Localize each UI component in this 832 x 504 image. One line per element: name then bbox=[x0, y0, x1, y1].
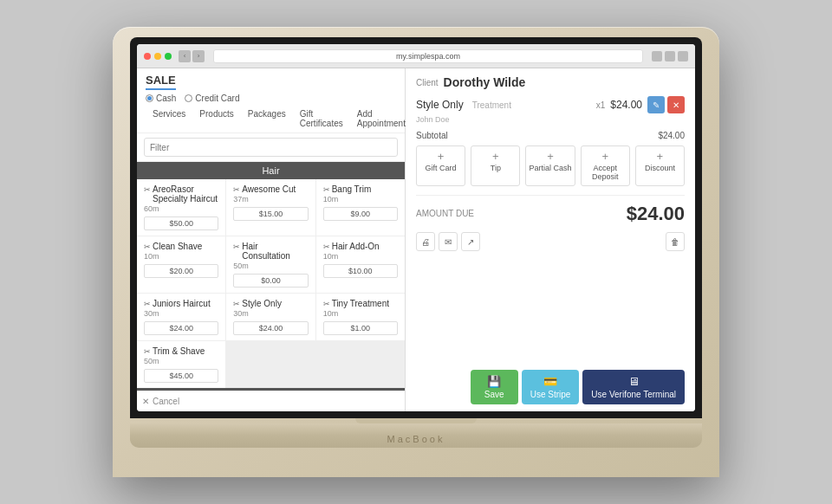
footer-buttons: 💾 Save 💳 Use Stripe 🖥 Use Verifone Termi… bbox=[416, 370, 685, 404]
service-hair-add-on-name: ✂ Hair Add-On bbox=[323, 242, 398, 251]
cancel-label: Cancel bbox=[153, 397, 179, 406]
payment-radios: Cash Credit Card bbox=[146, 94, 396, 103]
use-verifone-button[interactable]: 🖥 Use Verifone Terminal bbox=[582, 370, 685, 404]
save-label: Save bbox=[484, 390, 504, 399]
browser-bar: ‹ › my.simplespa.com bbox=[137, 44, 695, 68]
tab-products[interactable]: Products bbox=[192, 107, 240, 132]
add-buttons-row: + Gift Card + Tip + Partial Cash + bbox=[416, 145, 685, 186]
add-deposit-btn[interactable]: + Accept Deposit bbox=[581, 145, 630, 186]
service-bang-trim-duration: 10m bbox=[323, 195, 398, 204]
client-name: Dorothy Wilde bbox=[444, 75, 526, 89]
laptop-frame: ‹ › my.simplespa.com SALE bbox=[113, 27, 719, 477]
service-trim-shave-price: $45.00 bbox=[144, 369, 218, 383]
add-tip-btn[interactable]: + Tip bbox=[471, 145, 520, 186]
add-gift-card-btn[interactable]: + Gift Card bbox=[416, 145, 465, 186]
edit-sale-item-button[interactable]: ✎ bbox=[647, 96, 665, 113]
service-awesome-cut-duration: 37m bbox=[233, 195, 308, 204]
tab-gift-certificates[interactable]: Gift Certificates bbox=[293, 107, 350, 132]
service-clean-shave[interactable]: ✂ Clean Shave 10m $20.00 bbox=[137, 236, 225, 293]
maximize-dot[interactable] bbox=[165, 53, 172, 60]
service-areorasor[interactable]: ✂ AreoRasor Specialty Haircut 60m $50.00 bbox=[137, 179, 225, 236]
terminal-icon: 🖥 bbox=[628, 375, 640, 388]
cash-radio[interactable]: Cash bbox=[146, 94, 176, 103]
service-trim-shave-name: ✂ Trim & Shave bbox=[144, 346, 218, 356]
close-dot[interactable] bbox=[144, 53, 151, 60]
service-hair-consultation-name: ✂ Hair Consultation bbox=[233, 242, 308, 261]
url-text: my.simplespa.com bbox=[396, 52, 460, 61]
service-areorasor-name: ✂ AreoRasor Specialty Haircut bbox=[144, 184, 218, 204]
scissors-icon-9: ✂ bbox=[323, 300, 330, 308]
amount-due-value: $24.00 bbox=[627, 203, 685, 225]
trash-button[interactable]: 🗑 bbox=[666, 232, 685, 251]
service-hair-consultation-price: $0.00 bbox=[233, 274, 308, 288]
url-bar[interactable]: my.simplespa.com bbox=[213, 49, 643, 63]
sale-item-price: $24.00 bbox=[610, 99, 642, 111]
client-label: Client bbox=[416, 78, 439, 87]
service-tiny-treatment-name: ✂ Tiny Treatment bbox=[323, 299, 398, 308]
service-awesome-cut[interactable]: ✂ Awesome Cut 37m $15.00 bbox=[226, 179, 315, 236]
share-btn[interactable] bbox=[652, 51, 662, 61]
back-arrow[interactable]: ‹ bbox=[179, 50, 191, 62]
nav-tabs: Services Products Packages Gift Certific… bbox=[146, 107, 396, 132]
amount-due-section: AMOUNT DUE $24.00 bbox=[416, 195, 685, 225]
service-clean-shave-price: $20.00 bbox=[144, 264, 218, 278]
sale-item-secondary-text: Treatment bbox=[472, 100, 511, 110]
credit-card-radio[interactable]: Credit Card bbox=[185, 94, 239, 103]
stripe-label: Use Stripe bbox=[530, 390, 571, 399]
partial-cash-label: Partial Cash bbox=[529, 164, 571, 172]
cancel-button[interactable]: ✕ Cancel bbox=[137, 391, 405, 411]
forward-arrow[interactable]: › bbox=[192, 50, 205, 62]
service-hair-consultation[interactable]: ✂ Hair Consultation 50m $0.00 bbox=[226, 236, 315, 293]
right-panel: Client Dorothy Wilde Style Only Treatmen… bbox=[406, 68, 695, 411]
service-bang-trim[interactable]: ✂ Bang Trim 10m $9.00 bbox=[316, 179, 405, 236]
service-hair-add-on-price: $10.00 bbox=[323, 264, 398, 278]
print-button[interactable]: 🖨 bbox=[416, 232, 435, 251]
sidebar-btn[interactable] bbox=[678, 51, 688, 61]
category-hair: Hair bbox=[137, 162, 405, 179]
add-partial-cash-btn[interactable]: + Partial Cash bbox=[525, 145, 575, 186]
app-container: SALE Cash Credit Card bbox=[137, 68, 695, 411]
service-tiny-treatment[interactable]: ✂ Tiny Treatment 10m $1.00 bbox=[316, 294, 405, 340]
scissors-icon-7: ✂ bbox=[144, 300, 151, 308]
scissors-icon-4: ✂ bbox=[144, 242, 151, 251]
hair-services-grid: ✂ AreoRasor Specialty Haircut 60m $50.00… bbox=[137, 179, 405, 388]
scissors-icon: ✂ bbox=[144, 185, 151, 194]
service-style-only[interactable]: ✂ Style Only 30m $24.00 bbox=[226, 294, 315, 340]
discount-label: Discount bbox=[645, 164, 675, 172]
stripe-icon: 💳 bbox=[543, 375, 557, 388]
service-trim-shave[interactable]: ✂ Trim & Shave 50m $45.00 bbox=[137, 341, 225, 388]
screen: ‹ › my.simplespa.com SALE bbox=[137, 44, 695, 411]
cancel-icon: ✕ bbox=[142, 397, 149, 406]
tab-add-appointment[interactable]: Add Appointment bbox=[350, 107, 413, 132]
save-button[interactable]: 💾 Save bbox=[471, 370, 518, 404]
tab-packages[interactable]: Packages bbox=[241, 107, 293, 132]
delete-sale-item-button[interactable]: ✕ bbox=[667, 96, 685, 113]
service-juniors-haircut-price: $24.00 bbox=[144, 321, 218, 335]
plus-icon-discount: + bbox=[657, 151, 664, 162]
service-style-only-name: ✂ Style Only bbox=[233, 299, 308, 308]
filter-input[interactable] bbox=[144, 138, 398, 157]
email-button[interactable]: ✉ bbox=[439, 232, 458, 251]
add-tab-btn[interactable] bbox=[665, 51, 675, 61]
gift-card-label: Gift Card bbox=[426, 164, 457, 172]
accept-deposit-label: Accept Deposit bbox=[584, 164, 627, 181]
add-discount-btn[interactable]: + Discount bbox=[635, 145, 685, 186]
use-stripe-button[interactable]: 💳 Use Stripe bbox=[522, 370, 580, 404]
credit-radio-circle bbox=[185, 94, 192, 102]
credit-label: Credit Card bbox=[195, 94, 239, 103]
service-bang-trim-price: $9.00 bbox=[323, 207, 398, 221]
verifone-label: Use Verifone Terminal bbox=[591, 390, 676, 399]
plus-icon-deposit: + bbox=[601, 151, 608, 162]
service-hair-add-on[interactable]: ✂ Hair Add-On 10m $10.00 bbox=[316, 236, 405, 293]
minimize-dot[interactable] bbox=[154, 53, 161, 60]
receipt-actions-row: 🖨 ✉ ↗ 🗑 bbox=[416, 232, 685, 251]
tab-services[interactable]: Services bbox=[146, 107, 192, 132]
service-areorasor-duration: 60m bbox=[144, 204, 218, 213]
browser-actions bbox=[652, 51, 688, 61]
sale-item-name-text: Style Only bbox=[416, 99, 464, 111]
service-awesome-cut-price: $15.00 bbox=[233, 207, 308, 221]
sale-header: SALE Cash Credit Card bbox=[137, 68, 405, 133]
service-juniors-haircut[interactable]: ✂ Juniors Haircut 30m $24.00 bbox=[137, 294, 225, 340]
share-button[interactable]: ↗ bbox=[461, 232, 480, 251]
service-juniors-haircut-name: ✂ Juniors Haircut bbox=[144, 299, 218, 308]
